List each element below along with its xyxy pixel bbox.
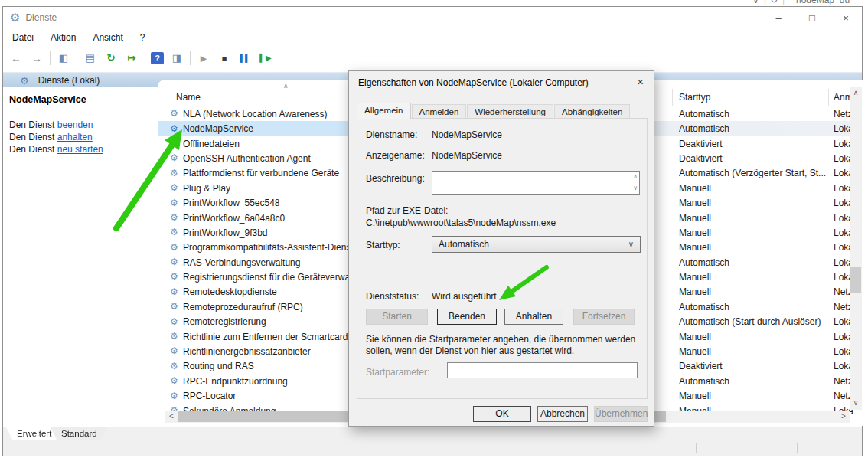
tab-anmelden[interactable]: Anmelden: [412, 104, 467, 119]
service-gear-icon: ⚙: [170, 212, 178, 223]
service-gear-icon: ⚙: [170, 138, 178, 149]
close-button[interactable]: ×: [840, 12, 851, 24]
column-header-name[interactable]: Name: [176, 92, 201, 103]
beschreibung-field[interactable]: ∧ ∨: [432, 171, 640, 195]
anhalten-button[interactable]: Anhalten: [504, 309, 563, 325]
service-starttyp: Manuell: [679, 213, 830, 224]
status-bar: [3, 440, 862, 456]
menu-datei[interactable]: Datei: [12, 32, 34, 43]
toolbar-separator: [77, 51, 77, 65]
service-gear-icon: ⚙: [170, 391, 178, 401]
vertical-scrollbar[interactable]: ∧ ∨: [850, 87, 862, 410]
dialog-tab-strip: Allgemein Anmelden Wiederherstellung Abh…: [357, 103, 631, 118]
action-line: Den Dienst anhalten: [9, 131, 103, 143]
service-name: NodeMapService: [183, 123, 253, 134]
scroll-right-icon[interactable]: >: [837, 411, 850, 423]
tab-abhaengigkeiten[interactable]: Abhängigkeiten: [554, 104, 630, 119]
service-gear-icon: ⚙: [170, 375, 178, 386]
service-gear-icon: ⚙: [170, 198, 178, 208]
beenden-button[interactable]: Beenden: [437, 309, 497, 325]
refresh-icon[interactable]: ↻: [103, 51, 119, 66]
title-bar: ⚙ Dienste – □ ×: [3, 7, 862, 28]
service-starttyp: Automatisch: [679, 257, 830, 268]
restart-service-icon[interactable]: ▍▶: [258, 51, 273, 66]
screen: ∨ | ↻ | nodeMap_du ⚙ Dienste – □ × Datei…: [0, 0, 868, 458]
minimize-button[interactable]: –: [773, 12, 784, 24]
tab-wiederherstellung[interactable]: Wiederherstellung: [467, 104, 553, 119]
stop-service-icon[interactable]: ■: [217, 51, 232, 66]
restart-service-link[interactable]: neu starten: [57, 144, 103, 155]
spin-down-icon[interactable]: ∨: [633, 185, 638, 191]
dialog-close-icon[interactable]: ×: [637, 75, 644, 88]
column-divider[interactable]: [672, 89, 673, 106]
service-gear-icon: ⚙: [170, 152, 178, 163]
service-name: Offlinedateien: [183, 139, 240, 149]
column-divider[interactable]: [828, 89, 829, 106]
scroll-left-icon[interactable]: <: [165, 411, 178, 423]
fortsetzen-button: Fortsetzen: [573, 309, 635, 325]
service-gear-icon: ⚙: [170, 271, 178, 282]
help-icon[interactable]: ?: [151, 52, 164, 64]
scrollbar-thumb[interactable]: [850, 267, 861, 293]
menu-ansicht[interactable]: Ansicht: [93, 32, 122, 43]
service-name: NLA (Network Location Awareness): [183, 109, 328, 119]
anzeigename-value: NodeMapService: [432, 150, 502, 161]
service-starttyp: Manuell: [679, 183, 830, 194]
extended-view-icon[interactable]: ◨: [169, 51, 184, 66]
service-name: PrintWorkflow_6a04a8c0: [183, 213, 285, 224]
menu-hilfe[interactable]: ?: [140, 32, 145, 43]
service-name: PrintWorkflow_9f3bd: [183, 227, 268, 238]
services-app-icon: ⚙: [10, 11, 20, 25]
sort-ascending-icon[interactable]: ∧: [283, 82, 289, 90]
abbrechen-button[interactable]: Abbrechen: [537, 406, 588, 422]
service-gear-icon: ⚙: [170, 123, 178, 134]
refresh-icon[interactable]: ↻: [770, 0, 778, 5]
service-starttyp: Automatisch: [679, 376, 830, 387]
service-starttyp: Automatisch (Start durch Auslöser): [679, 316, 830, 327]
service-name: Richtlinienergebnissatzanbieter: [183, 346, 311, 357]
service-starttyp: Deaktiviert: [679, 361, 830, 371]
service-gear-icon: ⚙: [170, 286, 178, 297]
pause-service-link[interactable]: anhalten: [57, 132, 93, 142]
export-list-icon[interactable]: ↦: [124, 51, 139, 66]
properties-dialog: Eigenschaften von NodeMapService (Lokale…: [348, 70, 654, 427]
chevron-down-icon[interactable]: ∨: [752, 0, 759, 5]
startparameter-input[interactable]: [447, 362, 638, 378]
properties-icon[interactable]: ▤: [83, 51, 98, 66]
service-starttyp: Deaktiviert: [679, 153, 830, 164]
service-name: Remoteprozeduraufruf (RPC): [183, 302, 303, 312]
service-name: Programmkompatibilitäts-Assistent-Dienst: [183, 242, 354, 253]
background-tab-title[interactable]: nodeMap_du: [796, 0, 850, 5]
maximize-button[interactable]: □: [807, 12, 817, 24]
column-header-starttyp[interactable]: Starttyp: [679, 92, 710, 103]
service-starttyp: Deaktiviert: [679, 139, 830, 149]
service-gear-icon: ⚙: [170, 168, 178, 178]
uebernehmen-button: Übernehmen: [594, 406, 648, 422]
starttyp-dropdown[interactable]: Automatisch ∨: [432, 236, 641, 253]
service-name: Plug & Play: [183, 183, 230, 194]
spin-up-icon[interactable]: ∧: [633, 174, 638, 180]
scroll-down-icon[interactable]: ∨: [850, 397, 862, 410]
service-starttyp: Manuell: [679, 286, 830, 297]
service-starttyp: Manuell: [679, 391, 830, 401]
service-name: OpenSSH Authentication Agent: [183, 153, 311, 164]
ok-button[interactable]: OK: [473, 406, 531, 422]
forward-icon[interactable]: →: [29, 51, 44, 66]
start-service-icon[interactable]: ▶: [196, 51, 211, 66]
dienststatus-value: Wird ausgeführt: [432, 291, 497, 302]
scroll-up-icon[interactable]: ∧: [850, 87, 862, 100]
dienstname-value: NodeMapService: [432, 129, 502, 140]
stop-service-link[interactable]: beenden: [57, 119, 93, 130]
toolbar-separator: [145, 51, 145, 65]
service-starttyp: Automatisch: [679, 109, 830, 119]
show-console-tree-icon[interactable]: ◧: [56, 51, 71, 66]
menu-aktion[interactable]: Aktion: [51, 32, 76, 43]
service-starttyp: Automatisch (Verzögerter Start, St...: [679, 168, 830, 178]
back-icon[interactable]: ←: [8, 51, 24, 66]
tab-standard[interactable]: Standard: [51, 427, 108, 440]
pause-service-icon[interactable]: ▌▌: [237, 51, 253, 66]
anzeigename-label: Anzeigename:: [366, 150, 425, 161]
tab-allgemein[interactable]: Allgemein: [357, 103, 411, 119]
pfad-label: Pfad zur EXE-Datei:: [366, 205, 448, 216]
service-name: RPC-Endpunktzuordnung: [183, 376, 288, 387]
